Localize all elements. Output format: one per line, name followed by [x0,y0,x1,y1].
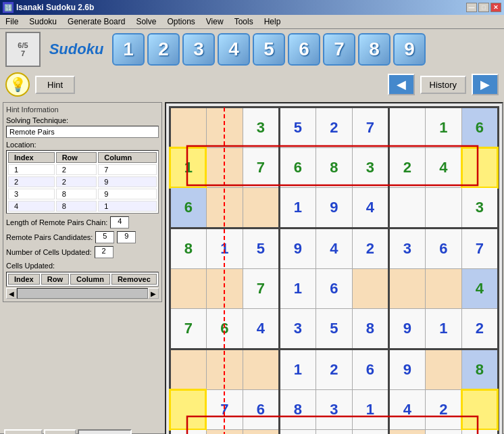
sudoku-cell[interactable]: 5 [316,309,352,349]
sudoku-cell[interactable] [170,107,206,148]
sudoku-cell[interactable]: 2 [352,228,388,268]
sudoku-cell[interactable] [206,268,243,309]
sudoku-cell[interactable]: 6 [243,389,279,430]
scroll-track[interactable] [17,288,148,299]
tab-resolution[interactable]: Resolution [78,429,132,434]
forward-arrow-button[interactable]: ▶ [472,74,499,95]
sudoku-cell[interactable]: 1 [279,268,316,309]
hint-button[interactable]: Hint [35,76,75,94]
sudoku-cell[interactable]: 5 [243,228,279,268]
sudoku-cell[interactable]: 2 [316,107,352,148]
sudoku-cell[interactable]: 8 [352,309,388,349]
sudoku-cell[interactable]: 1 [279,349,316,389]
close-button[interactable]: ✕ [490,3,501,12]
sudoku-cell[interactable]: 3 [388,228,425,268]
sudoku-cell[interactable]: 1 [352,389,388,430]
sudoku-cell[interactable]: 4 [243,309,279,349]
sudoku-cell[interactable]: 9 [279,228,316,268]
sudoku-cell[interactable] [425,349,461,389]
sudoku-cell[interactable] [170,349,206,389]
sudoku-cell[interactable]: 4 [316,228,352,268]
sudoku-cell[interactable] [206,349,243,389]
sudoku-cell[interactable]: 6 [279,147,316,188]
sudoku-cell[interactable]: 1 [170,147,206,188]
sudoku-cell[interactable]: 3 [352,147,388,188]
sudoku-cell[interactable]: 2 [425,389,461,430]
menu-tools[interactable]: Tools [232,16,256,27]
sudoku-cell[interactable] [243,349,279,389]
sudoku-cell[interactable]: 3 [243,107,279,148]
tab-board[interactable]: Board [4,429,43,434]
sudoku-cell[interactable] [170,268,206,309]
sudoku-cell[interactable] [388,107,425,148]
sudoku-cell[interactable]: 6 [170,188,206,228]
tab-hint[interactable]: Hint [44,429,76,434]
scroll-right-arrow[interactable]: ▶ [148,288,159,299]
sudoku-cell[interactable]: 5 [352,430,388,434]
sudoku-cell[interactable]: 6 [425,228,461,268]
sudoku-cell[interactable]: 7 [243,268,279,309]
sudoku-cell[interactable]: 7 [316,430,352,434]
sudoku-cell[interactable]: 8 [170,228,206,268]
sudoku-cell[interactable]: 7 [352,107,388,148]
sudoku-cell[interactable] [206,107,243,148]
sudoku-cell[interactable]: 2 [316,349,352,389]
num-btn-3[interactable]: 3 [182,33,215,66]
sudoku-cell[interactable]: 4 [352,188,388,228]
menu-solve[interactable]: Solve [133,16,159,27]
maximize-button[interactable]: □ [478,3,489,12]
sudoku-cell[interactable]: 6 [425,430,461,434]
menu-view[interactable]: View [203,16,226,27]
sudoku-cell[interactable] [243,430,279,434]
num-btn-1[interactable]: 1 [112,33,145,66]
sudoku-cell[interactable] [461,147,498,188]
history-button[interactable]: History [420,76,466,94]
sudoku-cell[interactable]: 9 [388,309,425,349]
sudoku-cell[interactable]: 4 [388,389,425,430]
sudoku-cell[interactable]: 3 [279,309,316,349]
num-btn-6[interactable]: 6 [288,33,320,66]
sudoku-cell[interactable] [206,430,243,434]
sudoku-cell[interactable]: 7 [206,389,243,430]
sudoku-cell[interactable]: 7 [461,228,498,268]
sudoku-cell[interactable]: 2 [170,430,206,434]
sudoku-cell[interactable]: 6 [316,268,352,309]
sudoku-cell[interactable]: 3 [461,188,498,228]
sudoku-cell[interactable]: 5 [279,107,316,148]
sudoku-cell[interactable]: 2 [461,309,498,349]
menu-sudoku[interactable]: Sudoku [26,16,59,27]
sudoku-cell[interactable]: 4 [279,430,316,434]
minimize-button[interactable]: — [466,3,477,12]
sudoku-cell[interactable] [206,147,243,188]
sudoku-cell[interactable]: 6 [206,309,243,349]
sudoku-cell[interactable] [461,389,498,430]
sudoku-cell[interactable]: 8 [461,349,498,389]
menu-help[interactable]: Help [261,16,284,27]
num-btn-7[interactable]: 7 [323,33,355,66]
sudoku-cell[interactable] [388,268,425,309]
menu-options[interactable]: Options [164,16,197,27]
num-btn-4[interactable]: 4 [218,33,250,66]
sudoku-cell[interactable]: 7 [170,309,206,349]
sudoku-cell[interactable] [425,188,461,228]
sudoku-cell[interactable]: 4 [425,147,461,188]
sudoku-cell[interactable]: 1 [425,107,461,148]
sudoku-cell[interactable]: 3 [316,389,352,430]
menu-generate[interactable]: Generate Board [65,16,128,27]
sudoku-cell[interactable] [352,268,388,309]
menu-file[interactable]: File [3,16,21,27]
sudoku-cell[interactable]: 9 [316,188,352,228]
num-btn-8[interactable]: 8 [358,33,390,66]
num-btn-5[interactable]: 5 [253,33,285,66]
sudoku-cell[interactable] [206,188,243,228]
sudoku-cell[interactable]: 8 [316,147,352,188]
back-arrow-button[interactable]: ◀ [388,74,415,95]
sudoku-cell[interactable] [170,389,206,430]
sudoku-cell[interactable]: 9 [388,349,425,389]
sudoku-cell[interactable]: 6 [352,349,388,389]
num-btn-2[interactable]: 2 [147,33,180,66]
sudoku-cell[interactable]: 6 [461,107,498,148]
sudoku-cell[interactable]: 1 [206,228,243,268]
sudoku-cell[interactable]: 2 [388,147,425,188]
num-btn-9[interactable]: 9 [393,33,426,66]
